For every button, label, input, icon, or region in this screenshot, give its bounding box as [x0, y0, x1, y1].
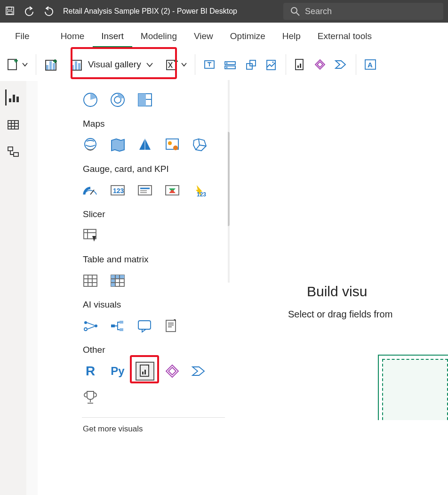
matrix-icon[interactable]: [108, 271, 127, 290]
vg-section-ai: AI visuals: [79, 294, 228, 313]
svg-point-73: [84, 321, 87, 324]
svg-rect-2: [8, 11, 12, 14]
visual-gallery-label: Visual gallery: [88, 59, 141, 70]
svg-line-76: [87, 323, 95, 325]
svg-point-3: [291, 8, 297, 13]
menu-external-tools[interactable]: External tools: [309, 23, 380, 46]
power-automate-visual-icon[interactable]: [190, 362, 209, 381]
svg-text:123: 123: [113, 187, 124, 195]
paginated-report-button[interactable]: [291, 56, 309, 73]
svg-rect-30: [13, 95, 15, 102]
view-switcher: [0, 81, 26, 495]
narrative-icon[interactable]: [163, 316, 182, 335]
trophy-icon[interactable]: [81, 388, 100, 407]
power-automate-button[interactable]: [331, 56, 351, 73]
qa-visual-icon[interactable]: [136, 316, 154, 335]
table-icon[interactable]: [81, 271, 100, 290]
save-icon[interactable]: [5, 6, 15, 17]
svg-rect-24: [296, 59, 303, 70]
shape-map-icon[interactable]: [190, 136, 209, 154]
svg-point-19: [226, 67, 227, 68]
vg-section-table: Table and matrix: [79, 249, 228, 268]
buttons-button[interactable]: [221, 56, 240, 73]
decomposition-tree-icon[interactable]: [108, 316, 127, 335]
power-apps-visual-icon[interactable]: [163, 362, 182, 381]
svg-point-75: [95, 325, 97, 327]
visual-gallery-button[interactable]: Visual gallery: [63, 53, 160, 76]
undo-icon[interactable]: [24, 6, 35, 17]
svg-rect-31: [16, 97, 19, 102]
power-apps-button[interactable]: [311, 56, 329, 73]
menu-optimize[interactable]: Optimize: [222, 23, 274, 46]
new-visual-button[interactable]: [41, 56, 61, 73]
arcgis-map-icon[interactable]: [163, 136, 182, 154]
svg-rect-43: [138, 94, 146, 106]
get-more-visuals-link[interactable]: Get more visuals: [79, 422, 228, 434]
image-button[interactable]: [262, 56, 281, 73]
gauge-icon[interactable]: [81, 181, 100, 200]
svg-rect-88: [144, 370, 146, 374]
model-view-button[interactable]: [5, 144, 21, 160]
svg-rect-1: [8, 7, 12, 10]
sparkline-button[interactable]: A: [361, 56, 380, 73]
donut-chart-icon[interactable]: [108, 90, 127, 109]
search-placeholder: Search: [305, 7, 332, 16]
svg-rect-61: [84, 275, 97, 286]
build-visual-hint: Build visu Select or drag fields from: [288, 284, 448, 320]
vg-section-other: Other: [79, 339, 228, 358]
svg-rect-87: [142, 372, 144, 374]
ai-visual-button[interactable]: [162, 56, 190, 73]
svg-line-77: [87, 326, 95, 329]
svg-rect-6: [46, 65, 48, 70]
menu-file[interactable]: File: [7, 23, 38, 46]
data-view-button[interactable]: [5, 117, 21, 133]
search-box[interactable]: Search: [283, 3, 443, 20]
menu-home[interactable]: Home: [52, 23, 93, 46]
svg-rect-0: [6, 7, 14, 15]
text-box-button[interactable]: [200, 56, 219, 73]
slicer-icon[interactable]: [81, 226, 100, 245]
svg-rect-21: [247, 64, 252, 69]
svg-line-4: [296, 13, 299, 16]
menu-modeling[interactable]: Modeling: [132, 23, 185, 46]
ribbon-separator: [356, 54, 356, 75]
map-globe-icon[interactable]: [81, 136, 100, 154]
new-page-button[interactable]: [4, 56, 31, 73]
menu-help[interactable]: Help: [274, 23, 309, 46]
svg-point-74: [84, 328, 87, 331]
ribbon-insert: Visual gallery A: [0, 48, 448, 81]
svg-text:123: 123: [197, 191, 206, 197]
multirow-card-icon[interactable]: [136, 181, 154, 200]
azure-map-icon[interactable]: [136, 136, 154, 154]
visual-gallery-icon: [69, 57, 83, 72]
build-subtitle: Select or drag fields from: [288, 309, 448, 320]
shapes-button[interactable]: [241, 56, 260, 73]
svg-rect-79: [120, 321, 123, 324]
ribbon-separator: [36, 54, 36, 75]
key-influencers-icon[interactable]: [81, 316, 100, 335]
pie-chart-icon[interactable]: [81, 90, 100, 109]
menu-view[interactable]: View: [185, 23, 222, 46]
menu-insert[interactable]: Insert: [93, 23, 132, 48]
paginated-visual-icon[interactable]: [136, 362, 154, 381]
ribbon-separator: [195, 54, 195, 75]
kpi-icon[interactable]: [163, 181, 182, 200]
redo-icon[interactable]: [43, 6, 55, 17]
filled-map-icon[interactable]: [108, 136, 127, 154]
svg-rect-68: [111, 275, 115, 286]
new-kpi-icon[interactable]: 123: [190, 181, 209, 200]
svg-rect-82: [166, 320, 176, 332]
visual-dropzone[interactable]: [382, 359, 448, 425]
card-icon[interactable]: 123: [108, 181, 127, 200]
svg-point-47: [168, 141, 172, 145]
window-title: Retail Analysis Sample PBIX (2) - Power …: [63, 7, 283, 16]
svg-rect-25: [297, 65, 299, 68]
ribbon-separator: [286, 54, 286, 75]
svg-rect-78: [111, 325, 115, 327]
vg-divider: [82, 417, 225, 418]
report-view-button[interactable]: [5, 89, 21, 105]
r-visual-icon[interactable]: R: [81, 362, 100, 381]
python-visual-icon[interactable]: Py: [108, 362, 127, 381]
treemap-icon[interactable]: [136, 90, 154, 109]
menu-bar: File Home Insert Modeling View Optimize …: [0, 23, 448, 48]
